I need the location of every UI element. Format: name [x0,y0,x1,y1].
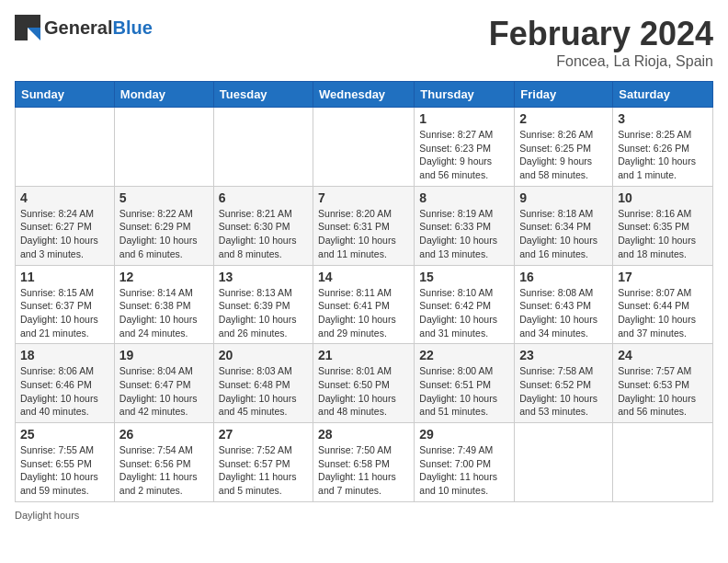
calendar-cell: 21Sunrise: 8:01 AM Sunset: 6:50 PM Dayli… [313,344,415,423]
calendar-cell: 22Sunrise: 8:00 AM Sunset: 6:51 PM Dayli… [415,344,515,423]
day-info: Sunrise: 7:57 AM Sunset: 6:53 PM Dayligh… [618,364,708,419]
calendar-cell: 2Sunrise: 8:26 AM Sunset: 6:25 PM Daylig… [515,108,613,187]
calendar-cell: 29Sunrise: 7:49 AM Sunset: 7:00 PM Dayli… [415,423,515,502]
day-info: Sunrise: 8:24 AM Sunset: 6:27 PM Dayligh… [20,207,109,261]
day-info: Sunrise: 8:03 AM Sunset: 6:48 PM Dayligh… [219,364,308,419]
day-info: Sunrise: 8:21 AM Sunset: 6:30 PM Dayligh… [219,207,308,261]
calendar-cell: 6Sunrise: 8:21 AM Sunset: 6:30 PM Daylig… [213,186,313,265]
day-number: 1 [419,111,509,126]
day-number: 10 [618,190,708,205]
day-info: Sunrise: 8:06 AM Sunset: 6:46 PM Dayligh… [20,364,109,419]
day-number: 9 [519,190,608,205]
weekday-header: Thursday [415,82,515,108]
logo: GeneralBlue [15,15,153,40]
calendar-cell: 28Sunrise: 7:50 AM Sunset: 6:58 PM Dayli… [313,423,415,502]
logo-icon [15,15,40,40]
weekday-header: Friday [515,82,613,108]
day-info: Sunrise: 8:26 AM Sunset: 6:25 PM Dayligh… [519,128,608,182]
svg-rect-1 [28,15,40,28]
weekday-header: Saturday [613,82,713,108]
day-info: Sunrise: 7:49 AM Sunset: 7:00 PM Dayligh… [419,443,509,498]
calendar-cell: 18Sunrise: 8:06 AM Sunset: 6:46 PM Dayli… [16,344,115,423]
day-info: Sunrise: 8:22 AM Sunset: 6:29 PM Dayligh… [119,207,209,261]
day-number: 7 [318,190,409,205]
day-number: 18 [20,348,109,362]
day-number: 28 [318,427,409,442]
day-info: Sunrise: 8:15 AM Sunset: 6:37 PM Dayligh… [20,286,109,340]
day-number: 24 [618,348,708,362]
calendar-cell: 10Sunrise: 8:16 AM Sunset: 6:35 PM Dayli… [613,186,713,265]
daylight-label: Daylight hours [15,510,79,521]
calendar-cell: 23Sunrise: 7:58 AM Sunset: 6:52 PM Dayli… [515,344,613,423]
day-number: 3 [618,111,708,126]
calendar-cell: 8Sunrise: 8:19 AM Sunset: 6:33 PM Daylig… [415,186,515,265]
day-info: Sunrise: 8:16 AM Sunset: 6:35 PM Dayligh… [618,207,708,261]
day-number: 22 [419,348,509,362]
calendar-week-row: 11Sunrise: 8:15 AM Sunset: 6:37 PM Dayli… [16,265,713,344]
calendar-week-row: 18Sunrise: 8:06 AM Sunset: 6:46 PM Dayli… [16,344,713,423]
calendar-cell: 9Sunrise: 8:18 AM Sunset: 6:34 PM Daylig… [515,186,613,265]
day-number: 20 [219,348,308,362]
logo-general: General [44,17,112,38]
calendar-cell: 15Sunrise: 8:10 AM Sunset: 6:42 PM Dayli… [415,265,515,344]
calendar-cell [313,108,415,187]
day-number: 23 [519,348,608,362]
day-number: 16 [519,270,608,284]
page-header: GeneralBlue February 2024 Foncea, La Rio… [15,15,713,70]
calendar-cell: 27Sunrise: 7:52 AM Sunset: 6:57 PM Dayli… [213,423,313,502]
day-info: Sunrise: 8:13 AM Sunset: 6:39 PM Dayligh… [219,286,308,340]
calendar-title: February 2024 [489,15,713,53]
day-info: Sunrise: 8:10 AM Sunset: 6:42 PM Dayligh… [419,286,509,340]
calendar-cell [515,423,613,502]
day-number: 27 [219,427,308,442]
day-info: Sunrise: 7:55 AM Sunset: 6:55 PM Dayligh… [20,443,109,498]
title-section: February 2024 Foncea, La Rioja, Spain [489,15,713,70]
calendar-cell: 25Sunrise: 7:55 AM Sunset: 6:55 PM Dayli… [16,423,115,502]
calendar-cell: 1Sunrise: 8:27 AM Sunset: 6:23 PM Daylig… [415,108,515,187]
day-info: Sunrise: 8:18 AM Sunset: 6:34 PM Dayligh… [519,207,608,261]
day-info: Sunrise: 8:27 AM Sunset: 6:23 PM Dayligh… [419,128,509,182]
day-number: 8 [419,190,509,205]
calendar-cell: 7Sunrise: 8:20 AM Sunset: 6:31 PM Daylig… [313,186,415,265]
day-info: Sunrise: 7:52 AM Sunset: 6:57 PM Dayligh… [219,443,308,498]
day-info: Sunrise: 8:07 AM Sunset: 6:44 PM Dayligh… [618,286,708,340]
day-number: 14 [318,270,409,284]
calendar-cell: 17Sunrise: 8:07 AM Sunset: 6:44 PM Dayli… [613,265,713,344]
day-info: Sunrise: 7:58 AM Sunset: 6:52 PM Dayligh… [519,364,608,419]
day-info: Sunrise: 8:08 AM Sunset: 6:43 PM Dayligh… [519,286,608,340]
calendar-cell: 3Sunrise: 8:25 AM Sunset: 6:26 PM Daylig… [613,108,713,187]
calendar-cell: 11Sunrise: 8:15 AM Sunset: 6:37 PM Dayli… [16,265,115,344]
calendar-cell: 13Sunrise: 8:13 AM Sunset: 6:39 PM Dayli… [213,265,313,344]
day-number: 15 [419,270,509,284]
calendar-cell: 24Sunrise: 7:57 AM Sunset: 6:53 PM Dayli… [613,344,713,423]
calendar-cell: 26Sunrise: 7:54 AM Sunset: 6:56 PM Dayli… [114,423,213,502]
day-info: Sunrise: 8:04 AM Sunset: 6:47 PM Dayligh… [119,364,209,419]
day-info: Sunrise: 7:50 AM Sunset: 6:58 PM Dayligh… [318,443,409,498]
day-info: Sunrise: 8:11 AM Sunset: 6:41 PM Dayligh… [318,286,409,340]
footer: Daylight hours [15,510,713,521]
calendar-week-row: 1Sunrise: 8:27 AM Sunset: 6:23 PM Daylig… [16,108,713,187]
svg-marker-2 [28,28,40,40]
day-number: 12 [119,270,209,284]
logo-text: GeneralBlue [44,17,153,39]
calendar-cell: 12Sunrise: 8:14 AM Sunset: 6:38 PM Dayli… [114,265,213,344]
calendar-cell: 19Sunrise: 8:04 AM Sunset: 6:47 PM Dayli… [114,344,213,423]
day-info: Sunrise: 7:54 AM Sunset: 6:56 PM Dayligh… [119,443,209,498]
weekday-header: Tuesday [213,82,313,108]
day-number: 19 [119,348,209,362]
day-info: Sunrise: 8:01 AM Sunset: 6:50 PM Dayligh… [318,364,409,419]
weekday-header: Sunday [16,82,115,108]
calendar-week-row: 25Sunrise: 7:55 AM Sunset: 6:55 PM Dayli… [16,423,713,502]
logo-blue: Blue [112,17,152,38]
day-number: 29 [419,427,509,442]
calendar-table: SundayMondayTuesdayWednesdayThursdayFrid… [15,81,713,502]
calendar-week-row: 4Sunrise: 8:24 AM Sunset: 6:27 PM Daylig… [16,186,713,265]
day-info: Sunrise: 8:19 AM Sunset: 6:33 PM Dayligh… [419,207,509,261]
day-number: 26 [119,427,209,442]
calendar-cell: 16Sunrise: 8:08 AM Sunset: 6:43 PM Dayli… [515,265,613,344]
calendar-cell: 5Sunrise: 8:22 AM Sunset: 6:29 PM Daylig… [114,186,213,265]
svg-rect-0 [15,15,28,40]
weekday-header: Monday [114,82,213,108]
day-number: 17 [618,270,708,284]
day-info: Sunrise: 8:25 AM Sunset: 6:26 PM Dayligh… [618,128,708,182]
